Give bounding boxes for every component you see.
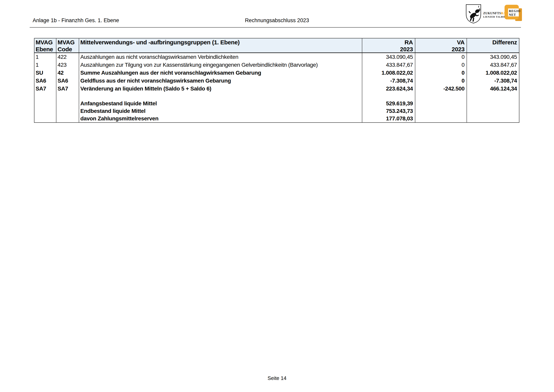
cell-differenz: 1.008.022,02 — [467, 69, 519, 77]
cell-code: 422 — [56, 53, 79, 61]
cell-ra: 343.090,45 — [362, 53, 415, 61]
cell-ebene: 1 — [35, 53, 56, 61]
regionet-wordmark: REGIO NET — [509, 9, 520, 17]
header-description: Mittelverwendungs- und -aufbringungsgrup… — [79, 38, 362, 53]
cell-ebene — [35, 115, 56, 122]
cell-differenz: 433.847,67 — [467, 61, 519, 69]
document-page: Anlage 1b - Finanzhh Ges. 1. Ebene Rechn… — [0, 0, 554, 392]
header-divider — [30, 27, 521, 28]
page-number: Seite 14 — [0, 375, 554, 381]
cell-ebene: SA6 — [35, 77, 56, 85]
header-mvag-ebene: MVAGEbene — [35, 38, 56, 53]
header-va-2023: VA2023 — [415, 38, 467, 53]
cell-differenz — [467, 93, 519, 100]
cell-va: 0 — [415, 61, 467, 69]
cell-ra: 529.619,39 — [362, 100, 415, 107]
regionet-logo: REGIO NET — [504, 4, 523, 23]
cell-description — [79, 93, 362, 100]
zukunftsraum-wordmark: ZUKUNFTSRAUM® — [483, 12, 507, 15]
lienz-coat-of-arms-icon — [465, 4, 482, 24]
cell-code: SA6 — [56, 77, 79, 85]
table-row-saldo7: SA7 SA7 Veränderung an liquiden Mitteln … — [35, 85, 519, 93]
cell-description: Anfangsbestand liquide Mittel — [79, 100, 362, 107]
cell-va — [415, 100, 467, 107]
cell-description: Summe Auszahlungen aus der nicht voransc… — [79, 69, 362, 77]
table-row-endbestand: Endbestand liquide Mittel 753.243,73 — [35, 107, 519, 115]
header-mvag-code: MVAGCode — [56, 38, 79, 53]
cell-va: 0 — [415, 77, 467, 85]
table-row-zahlungsmittelreserven: davon Zahlungsmittelreserven 177.078,03 — [35, 115, 519, 122]
cell-va — [415, 93, 467, 100]
cell-differenz: -7.308,74 — [467, 77, 519, 85]
cell-ra: 223.624,34 — [362, 85, 415, 93]
cell-differenz: 343.090,45 — [467, 53, 519, 61]
cell-code: 423 — [56, 61, 79, 69]
cell-differenz — [467, 107, 519, 115]
table-row: 1 422 Auszahlungen aus nicht voranschlag… — [35, 53, 519, 61]
zukunftsraum-logo: ZUKUNFTSRAUM® LIENZER TALBODEN — [483, 12, 507, 18]
cell-ra: 753.243,73 — [362, 107, 415, 115]
cell-ebene — [35, 100, 56, 107]
table-row-saldo6: SA6 SA6 Geldfluss aus der nicht voransch… — [35, 77, 519, 85]
table-row-spacer — [35, 93, 519, 100]
cell-ra: 177.078,03 — [362, 115, 415, 122]
cell-description: Veränderung an liquiden Mitteln (Saldo 5… — [79, 85, 362, 93]
cell-va: -242.500 — [415, 85, 467, 93]
cell-code — [56, 115, 79, 122]
cell-va: 0 — [415, 53, 467, 61]
zukunftsraum-subtitle: LIENZER TALBODEN — [483, 15, 507, 18]
header-ra-2023: RA2023 — [362, 38, 415, 53]
cell-code: SA7 — [56, 85, 79, 93]
cell-differenz — [467, 115, 519, 122]
cell-ra: 433.847,67 — [362, 61, 415, 69]
cell-ebene — [35, 107, 56, 115]
table-row: 1 423 Auszahlungen zur Tilgung von zur K… — [35, 61, 519, 69]
cell-code: 42 — [56, 69, 79, 77]
cell-description: Geldfluss aus der nicht voranschlagswirk… — [79, 77, 362, 85]
header-differenz: Differenz — [467, 38, 519, 53]
regionet-line1: REGIO — [509, 9, 520, 13]
cell-ra: -7.308,74 — [362, 77, 415, 85]
table-header-row: MVAGEbene MVAGCode Mittelverwendungs- un… — [35, 38, 519, 53]
cell-code — [56, 93, 79, 100]
cell-description: Auszahlungen aus nicht voranschlagswirks… — [79, 53, 362, 61]
cell-code — [56, 100, 79, 107]
cell-ebene — [35, 93, 56, 100]
table-row-sum: SU 42 Summe Auszahlungen aus der nicht v… — [35, 69, 519, 77]
zukunftsraum-text-black: ZUKUNFTS — [483, 12, 501, 15]
cell-description: davon Zahlungsmittelreserven — [79, 115, 362, 122]
cell-ra — [362, 93, 415, 100]
cell-ebene: SU — [35, 69, 56, 77]
cell-va: 0 — [415, 69, 467, 77]
cell-differenz: 466.124,34 — [467, 85, 519, 93]
cell-ebene: 1 — [35, 61, 56, 69]
cell-code — [56, 107, 79, 115]
cell-ra: 1.008.022,02 — [362, 69, 415, 77]
regionet-line2: NET — [509, 13, 516, 16]
cell-description: Endbestand liquide Mittel — [79, 107, 362, 115]
cell-description: Auszahlungen zur Tilgung von zur Kassens… — [79, 61, 362, 69]
cell-ebene: SA7 — [35, 85, 56, 93]
table-row-anfangsbestand: Anfangsbestand liquide Mittel 529.619,39 — [35, 100, 519, 107]
cell-va — [415, 115, 467, 122]
cell-differenz — [467, 100, 519, 107]
financial-table: MVAGEbene MVAGCode Mittelverwendungs- un… — [34, 38, 519, 123]
cell-va — [415, 107, 467, 115]
